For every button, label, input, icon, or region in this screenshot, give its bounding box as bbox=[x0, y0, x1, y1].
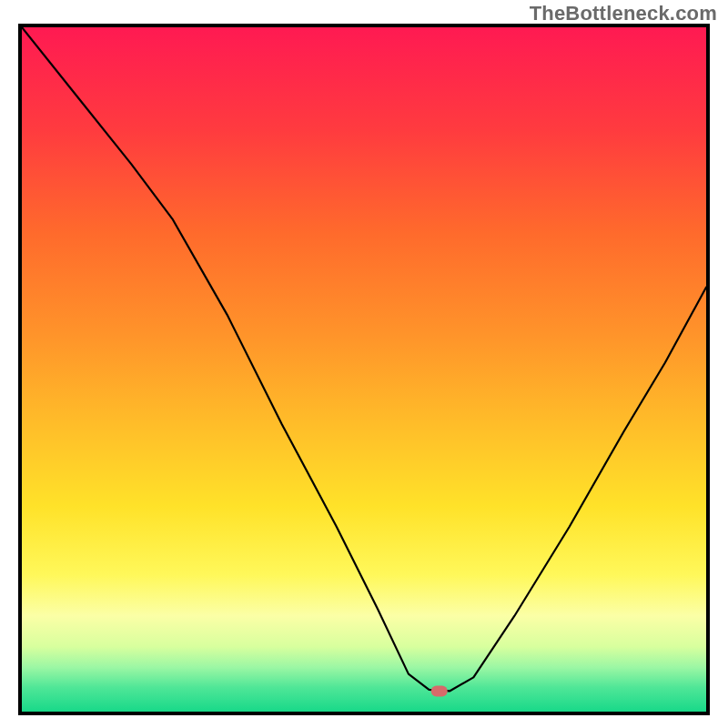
chart-background bbox=[22, 27, 706, 712]
chart-frame bbox=[18, 24, 710, 715]
watermark-text: TheBottleneck.com bbox=[530, 2, 717, 25]
optimal-marker bbox=[431, 685, 448, 696]
bottleneck-chart bbox=[22, 27, 706, 712]
